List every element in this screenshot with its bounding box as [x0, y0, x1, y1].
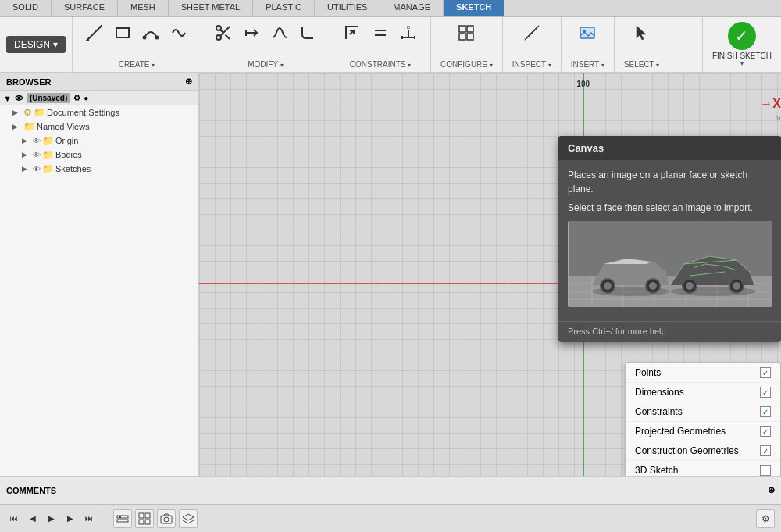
dropdown-row[interactable]: Constraints✓: [626, 402, 780, 422]
tab-bar: SOLID SURFACE MESH SHEET METAL PLASTIC U…: [0, 0, 781, 17]
rectangle-icon[interactable]: [110, 20, 135, 45]
tree-item-origin[interactable]: ▶ 👁 📁 Origin: [0, 134, 198, 148]
svg-point-3: [216, 26, 221, 30]
dropdown-row[interactable]: Projected Geometries✓: [626, 422, 780, 441]
origin-label: Origin: [55, 136, 78, 145]
fillet-icon[interactable]: [295, 20, 320, 45]
sidebar-header: BROWSER ⊕: [0, 73, 198, 91]
design-dropdown-icon: ▾: [53, 39, 58, 50]
svg-point-4: [216, 35, 221, 40]
browser-close-icon[interactable]: ⊕: [185, 77, 192, 87]
dropdown-panel: Points✓Dimensions✓Constraints✓Projected …: [625, 362, 781, 476]
extend-icon[interactable]: [239, 20, 264, 45]
right-edge-x: →X: [760, 97, 781, 111]
finish-sketch-checkmark: ✓: [728, 22, 756, 50]
comments-add-icon[interactable]: ⊕: [768, 485, 775, 495]
bodies-arrow: ▶: [22, 151, 31, 159]
prev-start-button[interactable]: ⏮: [6, 511, 22, 527]
modify-group: MODIFY ▾: [201, 17, 330, 72]
popup-desc1: Places an image on a planar face or sket…: [568, 168, 772, 196]
dropdown-item-label: Constraints: [635, 406, 683, 417]
arc-icon[interactable]: [138, 20, 163, 45]
bodies-eye-icon[interactable]: 👁: [33, 151, 41, 159]
sidebar-tree: ▼ 👁 (Unsaved) ⚙ ● ▶ ⚙ 📁 Document Setting…: [0, 91, 198, 476]
svg-rect-40: [139, 520, 144, 524]
tree-root-item: ▼ 👁 (Unsaved) ⚙ ●: [0, 91, 198, 105]
curve-icon[interactable]: [267, 20, 292, 45]
dropdown-row[interactable]: Construction Geometries✓: [626, 441, 780, 461]
constraints-group: D CONSTRAINTS ▾: [330, 17, 431, 72]
main-content: BROWSER ⊕ ▼ 👁 (Unsaved) ⚙ ● ▶ ⚙ 📁 Docume…: [0, 73, 781, 476]
dropdown-item-checkbox[interactable]: ✓: [760, 387, 771, 398]
configure-grid-icon[interactable]: [454, 20, 479, 45]
tab-sketch[interactable]: SKETCH: [444, 0, 504, 16]
main-toolbar: DESIGN ▾ CREATE ▾: [0, 17, 781, 73]
create-group: CREATE ▾: [73, 17, 201, 72]
play-button[interactable]: ▶: [44, 511, 59, 527]
dropdown-item-label: 3D Sketch: [635, 465, 678, 476]
origin-folder-icon: 📁: [42, 135, 54, 146]
grid-icon[interactable]: [135, 509, 154, 528]
finish-sketch-label: FINISH SKETCH: [712, 52, 772, 60]
root-dots-icon[interactable]: ●: [84, 94, 88, 102]
svg-point-32: [686, 282, 694, 290]
tab-surface[interactable]: SURFACE: [52, 0, 118, 16]
line-icon[interactable]: [82, 20, 107, 45]
dropdown-item-checkbox[interactable]: ✓: [760, 367, 771, 378]
constraint-perp-icon[interactable]: [340, 20, 365, 45]
layers-icon[interactable]: [179, 509, 198, 528]
select-group: SELECT ▾: [615, 17, 670, 72]
root-settings-icon[interactable]: ⚙: [73, 94, 80, 102]
select-cursor-icon[interactable]: [629, 20, 654, 45]
insert-image-icon[interactable]: [575, 20, 600, 45]
root-expand-arrow[interactable]: ▼: [3, 94, 12, 103]
create-icons: [82, 20, 191, 45]
canvas-area[interactable]: 100 50 50 →X » Canvas Places an image on…: [199, 73, 781, 476]
tab-utilities[interactable]: UTILITIES: [315, 0, 380, 16]
root-visibility-icon[interactable]: 👁: [15, 94, 23, 103]
tree-item-doc-settings[interactable]: ▶ ⚙ 📁 Document Settings: [0, 105, 198, 120]
sketches-label: Sketches: [55, 164, 91, 173]
origin-eye-icon[interactable]: 👁: [33, 137, 41, 145]
polyline-icon[interactable]: [166, 20, 191, 45]
next-end-button[interactable]: ⏭: [81, 511, 97, 527]
inspect-label: INSPECT ▾: [512, 60, 551, 69]
camera-icon[interactable]: [157, 509, 176, 528]
scissors-icon[interactable]: [211, 20, 236, 45]
finish-sketch-button[interactable]: ✓ FINISH SKETCH ▾: [702, 17, 781, 72]
constraint-equal-icon[interactable]: [368, 20, 393, 45]
expand-arrow-right[interactable]: »: [776, 112, 781, 123]
sidebar: BROWSER ⊕ ▼ 👁 (Unsaved) ⚙ ● ▶ ⚙ 📁 Docume…: [0, 73, 199, 476]
tree-item-sketches[interactable]: ▶ 👁 📁 Sketches: [0, 162, 198, 176]
dropdown-row[interactable]: 3D Sketch: [626, 461, 780, 476]
dropdown-item-checkbox[interactable]: ✓: [760, 406, 771, 417]
tab-sheet-metal[interactable]: SHEET METAL: [169, 0, 253, 16]
tab-solid[interactable]: SOLID: [0, 0, 52, 16]
tree-item-named-views[interactable]: ▶ 📁 Named Views: [0, 120, 198, 134]
sketches-eye-icon[interactable]: 👁: [33, 165, 41, 173]
dropdown-item-checkbox[interactable]: [760, 465, 771, 476]
popup-help-text: Press Ctrl+/ for more help.: [558, 321, 781, 342]
dropdown-row[interactable]: Points✓: [626, 363, 780, 383]
constraint-dim-icon[interactable]: D: [396, 20, 421, 45]
svg-rect-36: [117, 520, 128, 522]
insert-label: INSERT ▾: [571, 60, 604, 69]
sketches-arrow: ▶: [22, 165, 31, 173]
settings-icon[interactable]: ⚙: [756, 509, 775, 528]
svg-rect-12: [580, 27, 594, 38]
dropdown-row[interactable]: Dimensions✓: [626, 383, 780, 402]
dropdown-item-checkbox[interactable]: ✓: [760, 426, 771, 437]
tab-mesh[interactable]: MESH: [118, 0, 169, 16]
timeline-icon[interactable]: [113, 509, 132, 528]
inspect-measure-icon[interactable]: [519, 20, 544, 45]
tree-item-bodies[interactable]: ▶ 👁 📁 Bodies: [0, 148, 198, 162]
prev-button[interactable]: ◀: [25, 511, 41, 527]
svg-point-1: [144, 37, 146, 39]
insert-group: INSERT ▾: [562, 17, 615, 72]
dropdown-item-checkbox[interactable]: ✓: [760, 445, 771, 456]
svg-rect-9: [467, 26, 473, 32]
tab-plastic[interactable]: PLASTIC: [253, 0, 315, 16]
design-button[interactable]: DESIGN ▾: [6, 36, 66, 53]
tab-manage[interactable]: MANAGE: [380, 0, 444, 16]
next-button[interactable]: ▶: [62, 511, 78, 527]
